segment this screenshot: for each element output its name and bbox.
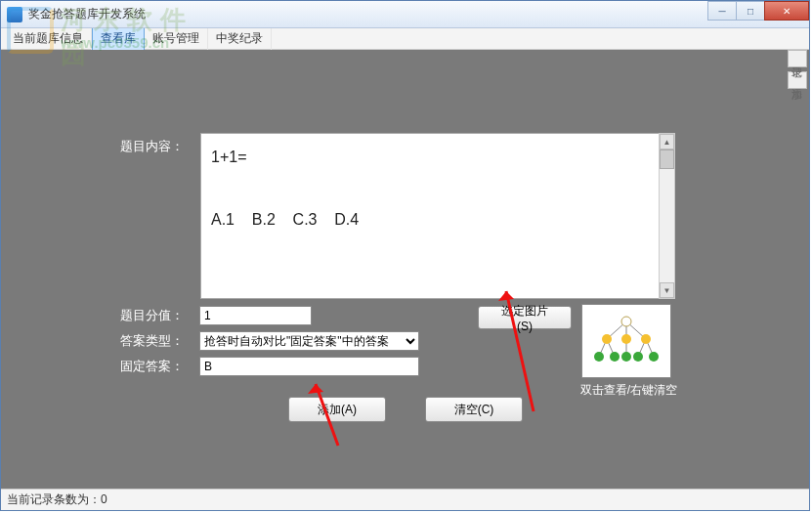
fixed-answer-label: 固定答案：	[120, 358, 184, 375]
score-label: 题目分值：	[120, 307, 184, 324]
menu-item-current-bank[interactable]: 当前题库信息	[5, 27, 92, 50]
window-title: 奖金抢答题库开发系统	[28, 6, 146, 22]
answer-type-label: 答案类型：	[120, 332, 184, 350]
image-caption: 双击查看/右键清空	[573, 382, 685, 399]
menubar: 当前题库信息 查看库 账号管理 中奖纪录	[1, 28, 809, 50]
minimize-button[interactable]: ─	[707, 1, 737, 21]
answer-type-select[interactable]: 抢答时自动对比"固定答案"中的答案	[199, 331, 419, 351]
row-score: 题目分值：	[120, 306, 312, 325]
tree-diagram-icon	[587, 312, 665, 370]
menu-item-winners[interactable]: 中奖纪录	[208, 27, 272, 50]
svg-point-9	[602, 334, 612, 344]
menu-item-view-bank[interactable]: 查看库	[92, 26, 145, 51]
statusbar: 当前记录条数为：0	[1, 489, 809, 510]
image-preview[interactable]	[581, 304, 671, 378]
scroll-thumb[interactable]	[660, 150, 674, 169]
app-icon	[7, 7, 22, 22]
client-area: 题目内容： 1+1= A.1 B.2 C.3 D.4 ▲ ▼ 题目分值： 答案类…	[1, 50, 809, 489]
svg-point-10	[621, 334, 631, 344]
svg-point-12	[594, 352, 604, 362]
close-button[interactable]: ✕	[764, 1, 809, 21]
row-answer-type: 答案类型： 抢答时自动对比"固定答案"中的答案	[120, 331, 419, 351]
score-input[interactable]	[199, 306, 312, 325]
titlebar: 奖金抢答题库开发系统 ─ □ ✕	[1, 1, 809, 28]
menu-item-account[interactable]: 账号管理	[145, 27, 208, 50]
svg-point-14	[621, 352, 631, 362]
side-tab-add[interactable]: 添加	[788, 71, 807, 89]
svg-point-13	[610, 352, 620, 362]
form-panel: 题目内容： 1+1= A.1 B.2 C.3 D.4 ▲ ▼ 题目分值： 答案类…	[15, 50, 777, 489]
row-fixed-answer: 固定答案：	[120, 357, 419, 376]
question-content-textarea[interactable]: 1+1= A.1 B.2 C.3 D.4	[200, 133, 660, 299]
select-image-button[interactable]: 选定图片(S)	[478, 306, 572, 329]
scroll-up-icon[interactable]: ▲	[660, 134, 674, 150]
scroll-down-icon[interactable]: ▼	[660, 282, 674, 298]
question-content-label: 题目内容：	[120, 138, 184, 155]
side-tab-records[interactable]: 记录	[788, 50, 807, 67]
svg-point-11	[641, 334, 651, 344]
add-button[interactable]: 添加(A)	[288, 397, 386, 422]
window-controls: ─ □ ✕	[708, 1, 809, 21]
status-text: 当前记录条数为：0	[7, 492, 107, 508]
app-window: 奖金抢答题库开发系统 ─ □ ✕ 当前题库信息 查看库 账号管理 中奖纪录 题目…	[0, 0, 810, 511]
svg-point-8	[621, 317, 631, 326]
maximize-button[interactable]: □	[736, 1, 765, 21]
svg-point-15	[633, 352, 643, 362]
fixed-answer-input[interactable]	[199, 357, 419, 376]
clear-button[interactable]: 清空(C)	[425, 397, 523, 422]
content-scrollbar[interactable]: ▲ ▼	[659, 133, 675, 299]
svg-point-16	[649, 352, 659, 362]
side-tabs: 记录 添加	[788, 50, 809, 93]
